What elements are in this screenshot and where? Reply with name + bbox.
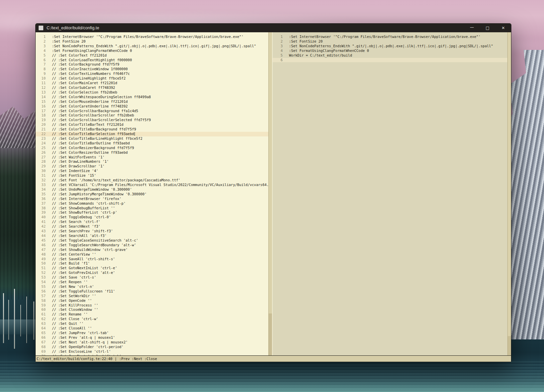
right-pane-scrollbar-thumb[interactable]	[508, 32, 511, 336]
editor-pane-inactive[interactable]: 1:Set InternetBrowser '"C:/Program Files…	[273, 32, 507, 355]
code-line-43[interactable]: 43// :Set SearchPrev 'shift-f3'	[36, 229, 268, 234]
code-line-51[interactable]: 51// :Set GotoNextInList 'ctrl-e'	[36, 266, 268, 271]
code-line-38[interactable]: 38// :Set ShowDebugBufferList ''	[36, 206, 268, 211]
status-commands[interactable]: :Prev :Next :Close	[119, 357, 157, 361]
code-line-58[interactable]: 58// :Set OpenCode ''	[36, 298, 268, 303]
code-line-25[interactable]: 25// :Set ColorResizerBackground ffd7f5f…	[36, 146, 268, 150]
code-line-12[interactable]: 12// :Set ColorSubCaret ff748392	[36, 86, 268, 90]
code-line-36[interactable]: 36// :Set InternetBrowser 'firefox'	[36, 197, 268, 201]
code-line-70[interactable]: 70// :Set JumpNext 'ctrl-shift-tab'	[36, 354, 268, 355]
code-line-57[interactable]: 57// :Set SetWorkDir ''	[36, 294, 268, 298]
code-line-44[interactable]: 44// :Set SearchAll 'alt-f3'	[36, 234, 268, 238]
line-number: 10	[36, 76, 46, 81]
code-line-29[interactable]: 29// :Set DrawScrollbar '1'	[36, 164, 268, 169]
code-line-31[interactable]: 31// :Set FontSize '15'	[36, 173, 268, 178]
left-pane-scrollbar[interactable]	[268, 32, 272, 355]
code-line-8[interactable]: 8// :Set ColorInactiveWindow 1f000000	[36, 67, 268, 72]
code-line-67[interactable]: 67// :Set Next 'alt-shift-q | mousex2'	[36, 340, 268, 345]
code-line-4[interactable]: 4:Set FormatUsingClangFormatWhenCCode 0	[273, 49, 507, 53]
right-pane-scrollbar[interactable]	[507, 32, 511, 355]
code-line-48[interactable]: 48// :Set CenterView ''	[36, 252, 268, 257]
line-number: 46	[36, 243, 46, 248]
code-line-13[interactable]: 13// :Set ColorSelection ffb2dbeb	[36, 90, 268, 95]
minimize-button[interactable]: —	[464, 24, 480, 32]
code-line-55[interactable]: 55// :Set New 'ctrl-n'	[36, 285, 268, 289]
code-line-16[interactable]: 16// :Set ColorCaretUnderline ff748392	[36, 104, 268, 109]
code-line-41[interactable]: 41// :Set Search 'ctrl-f'	[36, 220, 268, 224]
line-number: 23	[36, 136, 46, 141]
code-line-37[interactable]: 37// :Set ShowCommands 'ctrl-shift-p'	[36, 201, 268, 206]
code-line-24[interactable]: 24// :Set ColorTitleBarOutline ff93aebd	[36, 141, 268, 146]
line-text: WorkDir = C:/text_editor/build	[283, 53, 352, 58]
code-line-60[interactable]: 60// :Set CloseWindow ''	[36, 307, 268, 312]
code-line-15[interactable]: 15// :Set ColorMouseUnderline ff21201d	[36, 99, 268, 104]
code-line-33[interactable]: 33// :Set VCVarsall 'C:/Program Files/Mi…	[36, 183, 268, 187]
code-line-14[interactable]: 14// :Set ColorWhitespaceDuringSelection…	[36, 95, 268, 99]
line-text: // :Set ColorBackground ffd7f5f9	[46, 62, 119, 67]
line-text: // :Set ColorTitleBarLineHighlight ffbce…	[46, 136, 142, 141]
code-line-9[interactable]: 9// :Set ColorTextLineNumbers ff646f7c	[36, 72, 268, 76]
code-line-63[interactable]: 63// :Set Quit ''	[36, 321, 268, 326]
code-line-54[interactable]: 54// :Set Reopen ''	[36, 280, 268, 285]
code-line-52[interactable]: 52// :Set GotoPrevInList 'alt-e'	[36, 271, 268, 275]
code-line-34[interactable]: 34// :Set UndoMergeTimeWindow '0.300000'	[36, 187, 268, 192]
code-line-20[interactable]: 20// :Set ColorTitleBarText ff21201d	[36, 122, 268, 127]
code-line-26[interactable]: 26// :Set ColorResizerOutline ff93aebd	[36, 150, 268, 155]
line-number: 2	[273, 39, 283, 44]
code-line-3[interactable]: 3:Set NonCodePatterns_EndsWith ".git/|.o…	[273, 44, 507, 49]
line-number: 53	[36, 275, 46, 280]
code-line-66[interactable]: 66// :Set Prev 'alt-q | mousex1'	[36, 335, 268, 340]
code-line-35[interactable]: 35// :Set JumpHistoryMergeTimeWindow '0.…	[36, 192, 268, 197]
code-line-46[interactable]: 46// :Set ToggleSearchWordBoundary 'alt-…	[36, 243, 268, 248]
left-pane-scrollbar-thumb[interactable]	[269, 32, 272, 313]
code-line-10[interactable]: 10// :Set ColorLineHighlight ffbce5f2	[36, 76, 268, 81]
code-line-23[interactable]: 23// :Set ColorTitleBarLineHighlight ffb…	[36, 136, 268, 141]
code-line-28[interactable]: 28// :Set DrawLineNumbers '1'	[36, 159, 268, 164]
code-line-47[interactable]: 47// :Set ShowBuildWindow 'ctrl-grave'	[36, 248, 268, 252]
code-line-1[interactable]: 1:Set InternetBrowser '"C:/Program Files…	[36, 35, 268, 39]
line-number: 1	[36, 35, 46, 39]
code-line-1[interactable]: 1:Set InternetBrowser '"C:/Program Files…	[273, 35, 507, 39]
code-line-64[interactable]: 64// :Set CloseAll ''	[36, 326, 268, 331]
code-line-6[interactable]: 6// :Set ColorLoadTextHighlight f000000	[36, 58, 268, 63]
code-line-6[interactable]: 6	[273, 58, 507, 63]
maximize-button[interactable]: □	[480, 24, 495, 32]
code-line-62[interactable]: 62// :Set Close 'ctrl-w'	[36, 317, 268, 321]
window-titlebar[interactable]: C:/text_editor/build/config.te — □ ✕	[36, 24, 511, 32]
code-line-39[interactable]: 39// :Set ShowBufferList 'ctrl-p'	[36, 210, 268, 215]
line-number: 13	[36, 90, 46, 95]
code-line-5[interactable]: 5// :Set ColorText ff21201d	[36, 53, 268, 58]
editor-pane-active[interactable]: 1:Set InternetBrowser '"C:/Program Files…	[36, 32, 268, 355]
code-line-40[interactable]: 40// :Set ToggleDebug 'ctrl-0'	[36, 215, 268, 220]
code-line-56[interactable]: 56// :Set ToggleFullscreen 'f11'	[36, 289, 268, 294]
code-line-27[interactable]: 27// :Set WaitForEvents '1'	[36, 155, 268, 160]
code-line-61[interactable]: 61// :Set Rename ''	[36, 312, 268, 317]
code-line-22[interactable]: 22// :Set ColorTitleBarSelection ff93aeb…	[36, 132, 268, 136]
code-line-59[interactable]: 59// :Set KillProcess ''	[36, 303, 268, 308]
code-line-17[interactable]: 17// :Set ColorScrollbarBackground ffa1c…	[36, 109, 268, 113]
wallpaper-dead-trees	[0, 285, 40, 353]
line-number: 68	[36, 345, 46, 349]
code-line-32[interactable]: 32// :Set Font '/home/krz/text_editor/pa…	[36, 178, 268, 183]
code-line-68[interactable]: 68// :Set OpenUpFolder 'ctrl-period'	[36, 345, 268, 349]
line-number: 51	[36, 266, 46, 271]
code-line-49[interactable]: 49// :Set SaveAll 'ctrl-shift-s'	[36, 257, 268, 262]
code-line-2[interactable]: 2:Set FontSize 20	[36, 39, 268, 44]
code-line-3[interactable]: 3:Set NonCodePatterns_EndsWith ".git/|.o…	[36, 44, 268, 49]
code-line-2[interactable]: 2:Set FontSize 20	[273, 39, 507, 44]
code-line-53[interactable]: 53// :Set Save 'ctrl-s'	[36, 275, 268, 280]
code-line-30[interactable]: 30// :Set IndentSize '4'	[36, 169, 268, 173]
code-line-5[interactable]: 5WorkDir = C:/text_editor/build	[273, 53, 507, 58]
code-line-42[interactable]: 42// :Set SearchNext 'f3'	[36, 224, 268, 229]
code-line-18[interactable]: 18// :Set ColorScrollbarScroller ffb2dbe…	[36, 113, 268, 118]
code-line-45[interactable]: 45// :Set ToggleCaseSensitiveSearch 'alt…	[36, 238, 268, 243]
code-line-65[interactable]: 65// :Set JumpPrev 'ctrl-tab'	[36, 331, 268, 335]
code-line-11[interactable]: 11// :Set ColorMainCaret ff21201d	[36, 81, 268, 86]
code-line-7[interactable]: 7// :Set ColorBackground ffd7f5f9	[36, 62, 268, 67]
code-line-4[interactable]: 4:Set FormatUsingClangFormatWhenCCode 0	[36, 49, 268, 53]
code-line-69[interactable]: 69// :Set EncloseLine 'ctrl-l'	[36, 349, 268, 354]
code-line-21[interactable]: 21// :Set ColorTitleBarBackground ffd7f5…	[36, 127, 268, 132]
code-line-19[interactable]: 19// :Set ColorScrollbarScrollerSelected…	[36, 118, 268, 122]
close-button[interactable]: ✕	[495, 24, 511, 32]
code-line-50[interactable]: 50// :Set Build 'f1'	[36, 261, 268, 266]
